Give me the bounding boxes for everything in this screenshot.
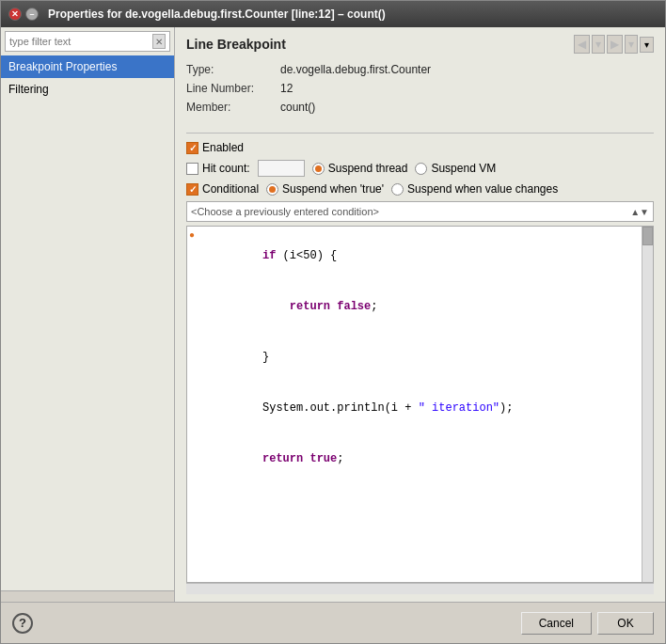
suspend-when-true-radio[interactable]	[266, 183, 278, 196]
close-button[interactable]: ✕	[8, 8, 22, 21]
code-line-1: if (i<50) {	[195, 230, 649, 281]
conditional-checkbox-wrapper[interactable]: Conditional	[186, 182, 259, 196]
dropdown-arrow-icon: ▲▼	[630, 207, 649, 217]
sidebar-item-filtering[interactable]: Filtering	[1, 78, 174, 101]
code-editor[interactable]: ● if (i<50) { return false; } System.out…	[186, 226, 654, 583]
type-value: de.vogella.debug.first.Counter	[280, 61, 654, 78]
suspend-vm-label: Suspend VM	[431, 162, 496, 175]
hitcount-suspend-row: Hit count: Suspend thread Suspend VM	[186, 160, 654, 177]
suspend-vm-radio-wrapper[interactable]: Suspend VM	[415, 162, 496, 175]
enabled-checkbox[interactable]	[186, 142, 198, 154]
linenumber-label: Line Number:	[186, 80, 280, 97]
code-scrollbar-horizontal[interactable]	[186, 583, 654, 594]
titlebar: ✕ – Properties for de.vogella.debug.firs…	[1, 1, 665, 27]
code-line-5: return true;	[195, 433, 649, 484]
code-scrollbar-vertical[interactable]	[642, 227, 653, 582]
panel-title: Line Breakpoint	[186, 37, 286, 52]
minimize-button[interactable]: –	[25, 8, 39, 21]
enabled-label: Enabled	[202, 141, 244, 154]
suspend-when-changes-wrapper[interactable]: Suspend when value changes	[391, 182, 558, 196]
next-dropdown-arrow[interactable]: ▾	[625, 35, 638, 54]
sidebar: ✕ Breakpoint Properties Filtering	[1, 27, 175, 602]
footer-right: Cancel OK	[521, 612, 654, 635]
suspend-thread-radio-wrapper[interactable]: Suspend thread	[312, 162, 408, 175]
suspend-thread-radio[interactable]	[312, 163, 325, 175]
conditional-row: Conditional Suspend when 'true' Suspend …	[186, 182, 654, 196]
filter-clear-button[interactable]: ✕	[152, 34, 166, 49]
sidebar-items-list: Breakpoint Properties Filtering	[1, 55, 174, 590]
suspend-vm-radio[interactable]	[415, 163, 427, 175]
sidebar-item-breakpoint-properties[interactable]: Breakpoint Properties	[1, 55, 174, 78]
code-marker-icon: ●	[189, 230, 195, 241]
condition-dropdown-row: <Choose a previously entered condition> …	[186, 201, 654, 222]
type-label: Type:	[186, 61, 280, 78]
condition-dropdown-placeholder: <Choose a previously entered condition>	[191, 206, 379, 217]
enabled-row: Enabled	[186, 141, 654, 154]
dialog-footer: ? Cancel OK	[1, 602, 665, 643]
help-button[interactable]: ?	[12, 613, 33, 634]
scrollbar-thumb[interactable]	[642, 227, 653, 245]
sidebar-bottom-scrollbar[interactable]	[1, 590, 174, 602]
condition-dropdown[interactable]: <Choose a previously entered condition> …	[186, 201, 654, 222]
code-line-2: return false;	[195, 281, 649, 332]
hitcount-input[interactable]	[258, 160, 305, 177]
code-line-4: System.out.println(i + " iteration");	[195, 383, 649, 433]
suspend-when-changes-radio[interactable]	[391, 183, 404, 196]
suspend-when-changes-label: Suspend when value changes	[407, 182, 558, 196]
separator-1	[186, 133, 654, 134]
main-content: ✕ Breakpoint Properties Filtering Line B…	[1, 27, 665, 602]
ok-button[interactable]: OK	[597, 612, 654, 635]
hitcount-checkbox-wrapper[interactable]: Hit count:	[186, 162, 250, 175]
titlebar-title: Properties for de.vogella.debug.first.Co…	[48, 8, 386, 21]
conditional-checkbox[interactable]	[186, 183, 198, 196]
right-panel: Line Breakpoint ◀ ▾ ▶ ▾ ▾ Type: de.vogel…	[175, 27, 665, 602]
linenumber-value: 12	[280, 80, 654, 97]
cancel-button[interactable]: Cancel	[521, 612, 592, 635]
conditional-label: Conditional	[202, 182, 259, 196]
suspend-when-true-wrapper[interactable]: Suspend when 'true'	[266, 182, 384, 196]
filter-input[interactable]	[9, 36, 152, 47]
prev-arrow[interactable]: ◀	[574, 35, 590, 54]
code-line-3: }	[195, 332, 649, 383]
suspend-thread-label: Suspend thread	[328, 162, 408, 175]
footer-left: ?	[12, 613, 33, 634]
next-arrow[interactable]: ▶	[607, 35, 623, 54]
properties-grid: Type: de.vogella.debug.first.Counter Lin…	[186, 61, 654, 116]
hitcount-label: Hit count:	[202, 162, 250, 175]
member-label: Member:	[186, 99, 280, 116]
filter-box[interactable]: ✕	[5, 31, 170, 52]
nav-arrows: ◀ ▾ ▶ ▾ ▾	[574, 35, 654, 54]
enabled-checkbox-wrapper[interactable]: Enabled	[186, 141, 244, 154]
nav-view-dropdown[interactable]: ▾	[640, 37, 654, 53]
hitcount-checkbox[interactable]	[186, 163, 198, 175]
member-value: count()	[280, 99, 654, 116]
suspend-when-true-label: Suspend when 'true'	[282, 182, 384, 196]
window-controls: ✕ –	[8, 8, 39, 21]
dialog-window: ✕ – Properties for de.vogella.debug.firs…	[0, 0, 666, 644]
panel-header: Line Breakpoint ◀ ▾ ▶ ▾ ▾	[186, 35, 654, 54]
prev-dropdown-arrow[interactable]: ▾	[592, 35, 605, 54]
